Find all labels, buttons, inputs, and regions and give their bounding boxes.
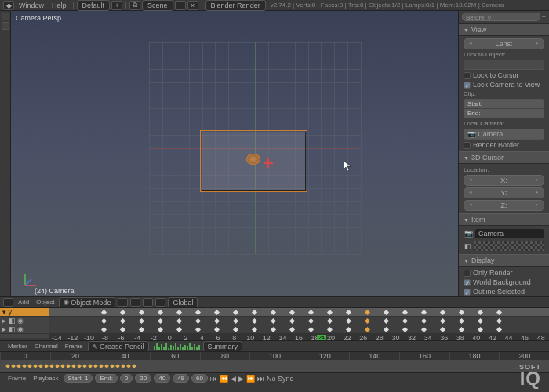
dopesheet[interactable]: ▾ y ▸ ◧ ◉ ▸ ◧ ◉ -14-12-10-8-6-4-20246810… bbox=[0, 307, 549, 340]
sync-dropdown[interactable]: No Sync bbox=[267, 375, 293, 383]
menu-channel[interactable]: Channel bbox=[32, 342, 60, 350]
material-icon: ◧ bbox=[464, 242, 471, 250]
tool-button[interactable] bbox=[2, 22, 9, 30]
frame-field[interactable]: 40 bbox=[154, 374, 170, 383]
cursor-y-field[interactable]: Y: bbox=[464, 187, 544, 198]
3d-viewport[interactable]: Camera Persp (24) Camera bbox=[11, 11, 458, 296]
track-row[interactable]: ▸ ◧ ◉ bbox=[0, 317, 49, 325]
cursor-z-field[interactable]: Z: bbox=[464, 200, 544, 211]
3d-cursor-icon bbox=[264, 158, 273, 168]
frame-field[interactable]: 60 bbox=[191, 374, 208, 383]
local-cam-field[interactable]: 📷 Camera bbox=[464, 129, 544, 139]
playhead[interactable] bbox=[60, 352, 60, 368]
scene-dropdown[interactable]: Scene bbox=[142, 0, 173, 11]
render-border-checkbox[interactable] bbox=[464, 142, 471, 149]
before-field[interactable]: Before: ◊ bbox=[462, 13, 540, 21]
grease-dropdown[interactable]: ✎ Grease Pencil bbox=[88, 341, 149, 352]
frame-field[interactable]: 20 bbox=[135, 374, 151, 383]
scene-browse-icon[interactable]: ⧉ bbox=[129, 1, 140, 10]
frame-field[interactable]: 49 bbox=[173, 374, 189, 383]
menu-frame[interactable]: Frame bbox=[5, 374, 28, 383]
play-icon[interactable]: ▶ bbox=[238, 375, 244, 383]
playhead[interactable]: 24 bbox=[322, 308, 322, 340]
next-key-icon[interactable]: ⏩ bbox=[246, 375, 255, 383]
blender-icon[interactable]: ◆ bbox=[3, 1, 14, 10]
clip-label: Clip: bbox=[464, 90, 544, 97]
only-render-checkbox[interactable] bbox=[464, 270, 471, 277]
scene-add-icon[interactable]: + bbox=[175, 1, 186, 10]
layout-dropdown[interactable]: Default bbox=[77, 0, 111, 11]
checker-preview bbox=[474, 241, 544, 251]
viewport-footer: (24) Camera bbox=[35, 287, 75, 295]
panel-view[interactable]: View bbox=[459, 24, 549, 36]
properties-sidebar: Before: ◊ + View Lens: Lock to Object: L… bbox=[458, 11, 549, 296]
timeline-ruler[interactable]: -14-12-10-8-6-4-202468101214161820222628… bbox=[49, 334, 549, 340]
lock-cursor-checkbox[interactable] bbox=[464, 72, 471, 79]
left-toolbar bbox=[0, 11, 11, 296]
start-frame-field[interactable]: Start: 1 bbox=[64, 374, 93, 383]
svg-line-2 bbox=[25, 279, 31, 285]
menu-marker[interactable]: Marker bbox=[5, 342, 30, 350]
menu-window[interactable]: Window bbox=[16, 1, 47, 10]
item-name[interactable]: Camera bbox=[475, 229, 544, 238]
lock-camera-checkbox[interactable] bbox=[464, 82, 471, 89]
frame-field[interactable]: 0 bbox=[120, 374, 133, 383]
menu-help[interactable]: Help bbox=[49, 1, 70, 10]
axis-gizmo-icon bbox=[22, 270, 41, 289]
prev-key-icon[interactable]: ⏪ bbox=[220, 375, 228, 383]
lock-object-label: Lock to Object: bbox=[464, 51, 544, 58]
clip-start-field[interactable]: Start: bbox=[464, 100, 544, 109]
panel-item[interactable]: Item bbox=[459, 213, 549, 226]
scene-del-icon[interactable]: × bbox=[187, 1, 198, 10]
watermark: SOFT IQ bbox=[519, 364, 541, 387]
lock-object-field[interactable] bbox=[464, 60, 544, 69]
shading-icon[interactable] bbox=[118, 298, 128, 307]
location-label: Location: bbox=[464, 166, 544, 173]
top-menubar: ◆ Window Help Default + ⧉ Scene + × Blen… bbox=[0, 0, 549, 11]
end-frame-field[interactable]: End: bbox=[95, 374, 117, 383]
track-row[interactable]: ▸ ◧ ◉ bbox=[0, 325, 49, 334]
pivot-icon[interactable] bbox=[130, 298, 140, 307]
menu-playback[interactable]: Playback bbox=[31, 374, 60, 383]
camera-icon: 📷 bbox=[464, 230, 473, 238]
add-layout-icon[interactable]: + bbox=[111, 1, 122, 10]
local-cam-label: Local Camera: bbox=[464, 120, 544, 127]
bottom-ruler[interactable]: 020406080100120140160180200 bbox=[0, 352, 549, 360]
forward-icon[interactable]: ⏭ bbox=[257, 375, 264, 383]
editor-type-icon[interactable] bbox=[3, 298, 13, 307]
layers-icon[interactable] bbox=[143, 298, 153, 307]
mouse-pointer-icon bbox=[344, 161, 351, 172]
mode-dropdown[interactable]: ◉ Object Mode bbox=[59, 297, 115, 308]
viewport-header: Add Object ◉ Object Mode Global bbox=[0, 296, 549, 307]
panel-display[interactable]: Display bbox=[459, 254, 549, 267]
cursor-x-field[interactable]: X: bbox=[464, 175, 544, 186]
timeline-editor[interactable]: 020406080100120140160180200 Frame Playba… bbox=[0, 351, 549, 379]
world-bg-checkbox[interactable] bbox=[464, 279, 471, 286]
viewport-label: Camera Persp bbox=[16, 14, 61, 22]
tool-button[interactable] bbox=[2, 13, 9, 20]
lens-field[interactable]: Lens: bbox=[464, 38, 544, 49]
panel-3d-cursor[interactable]: 3D Cursor bbox=[459, 151, 549, 164]
rewind-icon[interactable]: ⏮ bbox=[210, 375, 217, 383]
play-rev-icon[interactable]: ◀ bbox=[231, 375, 236, 383]
menu-object[interactable]: Object bbox=[34, 298, 56, 307]
menu-frame[interactable]: Frame bbox=[63, 342, 85, 350]
summary-toggle[interactable]: Summary bbox=[203, 341, 243, 352]
add-icon[interactable]: + bbox=[542, 13, 546, 21]
outline-sel-checkbox[interactable] bbox=[464, 289, 471, 296]
snap-icon[interactable] bbox=[155, 298, 165, 307]
dopesheet-header: Marker Channel Frame ✎ Grease Pencil Sum… bbox=[0, 340, 549, 351]
suzanne-mesh[interactable] bbox=[246, 154, 260, 165]
stats-text: v2.74.2 | Verts:0 | Faces:0 | Tris:0 | O… bbox=[271, 2, 504, 9]
engine-dropdown[interactable]: Blender Render bbox=[205, 0, 266, 11]
clip-end-field[interactable]: End: bbox=[464, 109, 544, 118]
timeline-footer: Frame Playback Start: 1 End: 0 20 40 49 … bbox=[0, 372, 549, 383]
summary-track[interactable]: ▾ y bbox=[0, 308, 49, 317]
orient-dropdown[interactable]: Global bbox=[168, 297, 198, 308]
menu-add[interactable]: Add bbox=[16, 298, 31, 307]
audio-bars-icon bbox=[154, 343, 201, 350]
